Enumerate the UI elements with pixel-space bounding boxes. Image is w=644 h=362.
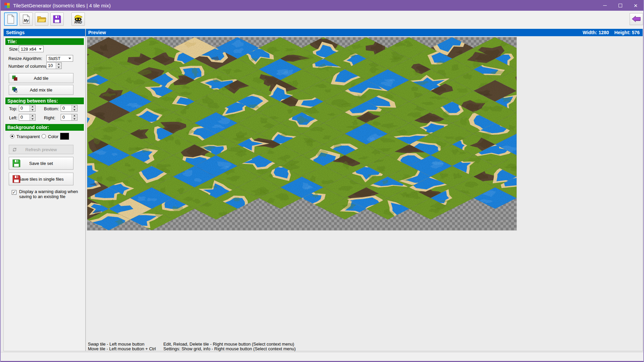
color-label: Color bbox=[48, 134, 58, 139]
maximize-button[interactable] bbox=[612, 0, 628, 11]
arrow-down-icon bbox=[73, 109, 75, 111]
arrow-up-icon bbox=[32, 106, 34, 107]
add-tile-button[interactable]: Add tile bbox=[9, 73, 73, 83]
status-hint-swap: Swap tile - Left mouse button bbox=[88, 342, 144, 347]
add-mix-tile-icon bbox=[12, 87, 18, 93]
color-swatch[interactable] bbox=[60, 133, 69, 140]
tile-canvas[interactable] bbox=[87, 37, 517, 230]
spin-up-button[interactable] bbox=[56, 63, 61, 66]
preview-panel: Preview Width: 1280 Height: 576 Swap til… bbox=[86, 29, 643, 351]
status-hint-settings: Settings: Show grid, info - Right mouse … bbox=[163, 347, 296, 351]
spacing-right-label: Right: bbox=[44, 115, 55, 120]
close-icon: × bbox=[634, 2, 637, 9]
chevron-down-icon bbox=[68, 58, 71, 59]
add-mix-tile-button[interactable]: Add mix tile bbox=[9, 85, 73, 95]
size-value: 128 x64 bbox=[21, 47, 36, 52]
minimize-button[interactable] bbox=[597, 0, 612, 11]
spin-up-button[interactable] bbox=[30, 105, 35, 109]
preview-width: Width: 1280 bbox=[583, 29, 609, 36]
title-bar: TileSetGenerator (Isometric tiles | 4 ti… bbox=[1, 0, 643, 11]
open-folder-button[interactable] bbox=[35, 12, 48, 26]
resize-algorithm-label: Resize Algorithm: bbox=[8, 56, 42, 61]
color-radio[interactable] bbox=[42, 134, 46, 138]
toolbar: My RND bbox=[1, 11, 643, 29]
resize-algorithm-value: StdST bbox=[48, 56, 60, 61]
settings-panel: Settings Tile: Size: 128 x64 Resize Algo… bbox=[3, 29, 86, 351]
spacing-left-stepper[interactable]: 0 bbox=[19, 114, 36, 121]
my-file-button[interactable]: My bbox=[19, 12, 33, 26]
window-title: TileSetGenerator (Isometric tiles | 4 ti… bbox=[13, 3, 111, 8]
add-tile-label: Add tile bbox=[34, 76, 48, 81]
spin-down-button[interactable] bbox=[30, 109, 35, 112]
arrow-up-icon bbox=[58, 63, 60, 65]
spacing-right-value: 0 bbox=[61, 114, 71, 120]
columns-stepper[interactable]: 10 bbox=[46, 62, 62, 69]
arrow-down-icon bbox=[32, 118, 34, 120]
minimize-icon bbox=[603, 5, 607, 6]
spacing-bottom-stepper[interactable]: 0 bbox=[61, 105, 77, 112]
close-button[interactable]: × bbox=[628, 0, 643, 11]
purple-puzzle-arrow-icon bbox=[631, 16, 641, 22]
checkmark-icon: ✓ bbox=[12, 190, 16, 195]
spacing-bottom-label: Bottom: bbox=[44, 106, 59, 111]
spacing-top-stepper[interactable]: 0 bbox=[19, 105, 36, 112]
resize-algorithm-select[interactable]: StdST bbox=[46, 55, 73, 62]
chevron-down-icon bbox=[39, 48, 42, 50]
status-hint-edit: Edit, Reload, Delete tile - Right mouse … bbox=[163, 342, 294, 347]
spin-down-button[interactable] bbox=[72, 118, 77, 121]
warning-label-line2: saving to an existing file bbox=[19, 194, 78, 199]
app-window: TileSetGenerator (Isometric tiles | 4 ti… bbox=[0, 0, 644, 362]
tile-section-header: Tile: bbox=[5, 38, 84, 45]
warning-checkbox-label[interactable]: Display a warning dialog when saving to … bbox=[19, 189, 78, 199]
svg-text:RND: RND bbox=[74, 20, 82, 24]
background-section-header: Background color: bbox=[5, 124, 84, 131]
preview-header: Preview Width: 1280 Height: 576 bbox=[86, 29, 643, 36]
save-single-files-label: Save tiles in single files bbox=[18, 177, 63, 182]
spacing-right-stepper[interactable]: 0 bbox=[61, 114, 77, 121]
save-button[interactable] bbox=[50, 12, 64, 26]
red-floppy-icon bbox=[12, 175, 21, 183]
arrow-down-icon bbox=[73, 118, 75, 120]
save-tile-set-label: Save tile set bbox=[29, 161, 53, 166]
spacing-bottom-value: 0 bbox=[61, 105, 71, 111]
size-select[interactable]: 128 x64 bbox=[19, 46, 44, 52]
preview-title: Preview bbox=[88, 29, 106, 36]
spin-up-button[interactable] bbox=[72, 114, 77, 118]
spin-up-button[interactable] bbox=[72, 105, 77, 109]
save-single-files-button[interactable]: Save tiles in single files bbox=[9, 173, 73, 185]
warning-checkbox[interactable]: ✓ bbox=[12, 190, 16, 195]
columns-value: 10 bbox=[47, 63, 56, 69]
transparent-radio[interactable] bbox=[10, 134, 14, 138]
settings-header: Settings bbox=[4, 29, 85, 36]
app-icon bbox=[4, 2, 10, 8]
add-tile-icon bbox=[12, 75, 17, 81]
refresh-icon bbox=[12, 147, 17, 152]
spacing-section-header: Spacing between tiles: bbox=[5, 98, 84, 104]
warning-label-line1: Display a warning dialog when bbox=[19, 189, 78, 194]
rnd-bandit-icon: RND bbox=[73, 14, 83, 24]
spin-up-button[interactable] bbox=[30, 114, 35, 118]
spin-down-button[interactable] bbox=[30, 118, 35, 121]
spin-down-button[interactable] bbox=[72, 109, 77, 112]
bottom-strip bbox=[1, 352, 643, 361]
spacing-left-label: Left: bbox=[9, 115, 17, 120]
new-file-button[interactable] bbox=[4, 12, 17, 26]
purple-floppy-icon bbox=[53, 15, 61, 23]
blank-page-icon bbox=[7, 14, 15, 24]
size-label: Size: bbox=[9, 47, 19, 52]
save-tile-set-button[interactable]: Save tile set bbox=[9, 157, 73, 170]
arrow-up-icon bbox=[73, 115, 75, 116]
arrow-down-icon bbox=[32, 109, 34, 111]
columns-label: Number of columns: bbox=[8, 64, 47, 69]
spacing-top-value: 0 bbox=[19, 105, 30, 111]
arrow-down-icon bbox=[58, 67, 60, 68]
maximize-icon bbox=[619, 4, 622, 7]
spin-down-button[interactable] bbox=[56, 66, 61, 69]
svg-text:My: My bbox=[24, 18, 29, 22]
status-hint-move: Move tile - Left mouse button + Ctrl bbox=[88, 347, 156, 351]
transparent-label: Transparent bbox=[16, 134, 40, 139]
spacing-left-value: 0 bbox=[19, 114, 30, 120]
random-button[interactable]: RND bbox=[71, 12, 85, 26]
plugin-button[interactable] bbox=[630, 13, 643, 25]
refresh-preview-button: Refresh preview bbox=[9, 145, 73, 154]
